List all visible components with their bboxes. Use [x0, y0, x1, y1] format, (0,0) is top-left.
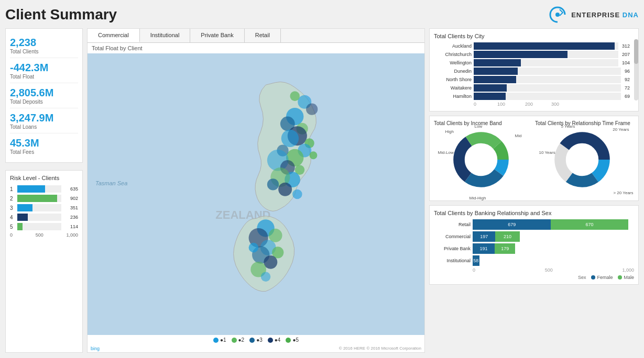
banking-bar-row: Retail 679 670 — [434, 219, 634, 230]
svg-point-30 — [281, 130, 299, 147]
city-bar-outer — [474, 68, 621, 75]
income-band-title: Total Clients by Income Band — [434, 120, 533, 126]
city-value: 92 — [625, 77, 630, 82]
risk-bar-inner — [17, 195, 57, 202]
city-value: 312 — [622, 43, 630, 49]
city-bar-inner — [474, 68, 518, 75]
svg-point-18 — [269, 229, 282, 242]
rel-label-5yr: 5 Years — [561, 124, 575, 129]
legend-dot — [213, 338, 219, 343]
logo-text: ENTERPRISE DNA — [571, 11, 639, 19]
metrics-panel: 2,238Total Clients-442.3MTotal Float2,80… — [5, 28, 83, 163]
metric-label: Total Fees — [10, 149, 78, 155]
rel-label-20plus: > 20 Years — [613, 191, 633, 195]
legend-label: ●1 — [220, 337, 226, 343]
risk-bar-outer — [17, 223, 61, 230]
banking-bars-inner: 679 670 — [473, 219, 634, 230]
city-bar-outer — [474, 51, 618, 58]
tab-item-commercial[interactable]: Commercial — [88, 29, 140, 42]
city-bar-inner — [474, 51, 567, 58]
svg-point-42 — [570, 147, 595, 172]
city-bar-row: Auckland 312 — [434, 42, 630, 50]
income-label-mid: Mid — [515, 133, 522, 138]
income-label-low: Low — [475, 124, 483, 129]
sex-legend: Sex Female Male — [434, 275, 634, 280]
donut-charts-row: Total Clients by Income Band — [434, 120, 634, 196]
banking-bar-row: Private Bank 191 179 — [434, 243, 634, 254]
city-name: Waitakere — [434, 85, 472, 91]
female-dot — [591, 275, 595, 279]
nz-map-svg — [88, 53, 424, 335]
rel-time-title: Total Clients by Relationship Time Frame — [535, 120, 634, 126]
tab-bar: CommercialInstitutionalPrivate BankRetai… — [88, 29, 424, 43]
banking-row-label: Institutional — [434, 258, 471, 263]
risk-bar-row: 4 236 — [10, 214, 78, 221]
relationship-time-chart: Total Clients by Relationship Time Frame… — [535, 120, 634, 196]
metric-value: 2,805.6M — [10, 86, 78, 99]
risk-bar-inner — [17, 223, 23, 230]
risk-bar-row: 3 351 — [10, 204, 78, 211]
income-label-midhigh: Mid-High — [470, 196, 486, 200]
income-band-chart: Total Clients by Income Band — [434, 120, 533, 196]
metric-label: Total Float — [10, 74, 78, 80]
banking-chart-title: Total Clients by Banking Relationship an… — [434, 210, 634, 216]
city-name: Wellington — [434, 60, 472, 65]
risk-bar-row: 2 902 — [10, 195, 78, 202]
enterprise-dna-logo-icon — [548, 5, 567, 24]
banking-bar-male: 670 — [551, 219, 628, 230]
city-chart-box: Total Clients by City Auckland 312 Chris… — [429, 28, 639, 111]
legend-dot — [268, 338, 273, 343]
legend-label: ●5 — [292, 337, 299, 343]
city-bar-row: Hamilton 69 — [434, 93, 630, 100]
city-chart-title: Total Clients by City — [434, 33, 634, 39]
legend-dot — [249, 338, 255, 343]
risk-bars-container: 1 635 2 902 3 351 4 236 5 — [10, 185, 78, 230]
banking-chart-box: Total Clients by Banking Relationship an… — [429, 205, 639, 285]
tab-item-retail[interactable]: Retail — [245, 29, 281, 42]
banking-bar-female: 58 — [473, 255, 479, 266]
svg-point-0 — [555, 13, 560, 17]
city-bar-inner — [474, 42, 615, 50]
risk-level-label: 4 — [10, 215, 15, 220]
city-bar-inner — [474, 93, 506, 100]
banking-bar-male: 210 — [495, 231, 519, 242]
svg-point-29 — [306, 104, 318, 115]
rel-label-20yr: 20 Years — [613, 127, 629, 132]
city-value: 207 — [622, 52, 630, 57]
tab-item-private-bank[interactable]: Private Bank — [190, 29, 244, 42]
risk-bar-value: 635 — [63, 186, 78, 192]
scrollbar[interactable] — [634, 39, 638, 100]
risk-bar-value: 902 — [63, 196, 78, 201]
banking-bar-female: 191 — [473, 243, 495, 254]
legend-dot — [286, 338, 291, 343]
page: Client Summary ENTERPRISE DNA 2,238Total… — [0, 0, 644, 358]
city-bar-outer — [474, 93, 621, 100]
svg-point-16 — [292, 189, 302, 199]
banking-x-axis: 0 500 1,000 — [473, 267, 634, 273]
income-donut-svg — [450, 128, 512, 191]
svg-point-23 — [249, 243, 259, 253]
svg-point-15 — [278, 183, 292, 196]
city-bar-outer — [474, 84, 621, 92]
city-bar-row: Wellington 104 — [434, 59, 630, 66]
banking-bar-row: Institutional 58 — [434, 255, 634, 266]
city-bar-row: Christchurch 207 — [434, 51, 630, 58]
tab-item-institutional[interactable]: Institutional — [140, 29, 191, 42]
banking-bars-inner: 191 179 — [473, 243, 634, 254]
legend-label: ●3 — [256, 337, 263, 343]
scrollbar-thumb[interactable] — [634, 39, 638, 64]
risk-bar-value: 114 — [63, 224, 78, 229]
rel-time-donut-svg — [551, 128, 614, 191]
svg-point-31 — [310, 151, 318, 159]
risk-level-label: 5 — [10, 224, 15, 230]
banking-bars-inner: 58 — [473, 255, 634, 266]
metric-value: -442.3M — [10, 61, 78, 74]
legend-item-4: ●4 — [268, 337, 281, 343]
banking-row-label: Retail — [434, 222, 471, 227]
city-x-axis: 0 100 200 300 — [474, 102, 634, 107]
map-footer: bing © 2016 HERE © 2016 Microsoft Corpor… — [88, 345, 424, 352]
metric-value: 2,238 — [10, 36, 78, 49]
income-donut-container: Low Mid Mid-High Mid-Low High — [450, 128, 518, 196]
city-bar-inner — [474, 84, 507, 92]
city-name: Dunedin — [434, 69, 472, 74]
